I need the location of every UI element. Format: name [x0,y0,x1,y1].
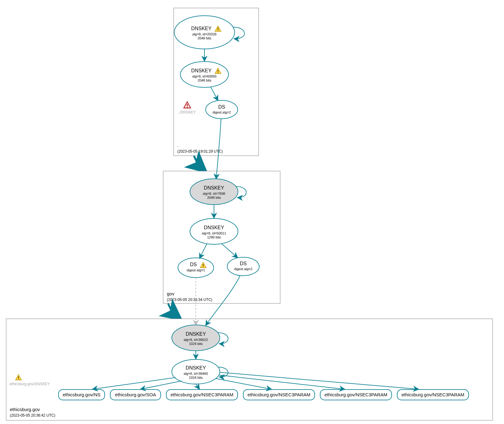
gov-ksk-node[interactable]: DNSKEY alg=8, id=7698 2048 bits [190,179,238,205]
gov-ds1-node[interactable]: DS digest alg=1 [178,258,214,278]
zone-gov-time: (2023-05-05 20:36:34 UTC) [167,298,212,302]
gov-ds2-node[interactable]: DS digest alg=2 [227,257,259,276]
svg-text:ethicsburg.gov/SOA: ethicsburg.gov/SOA [115,392,156,397]
svg-text:alg=8, id=36622: alg=8, id=36622 [184,338,208,342]
svg-text:alg=8, id=7698: alg=8, id=7698 [203,192,225,195]
rr-nsec3param-4[interactable]: ethicsburg.gov/NSEC3PARAM [397,390,469,400]
svg-text:1280 bits: 1280 bits [207,235,221,239]
svg-text:ethicsburg.gov/NSEC3PARAM: ethicsburg.gov/NSEC3PARAM [401,392,464,397]
svg-text:2048 bits: 2048 bits [198,78,212,82]
edge-zone-delegation [168,303,179,318]
svg-text:2048 bits: 2048 bits [207,196,221,199]
rr-ns[interactable]: ethicsburg.gov/NS [58,390,105,400]
zone-ethicsburg-name: ethicsburg.gov [10,407,40,412]
svg-text:alg=8, id=20326: alg=8, id=20326 [192,32,217,36]
rr-nsec3param-3[interactable]: ethicsburg.gov/NSEC3PARAM [320,390,392,400]
svg-text:ethicsburg.gov/NS: ethicsburg.gov/NS [63,392,101,397]
svg-text:alg=8, id=60955: alg=8, id=60955 [192,74,217,78]
svg-point-13 [206,100,238,119]
ethicsburg-ksk-node[interactable]: DNSKEY alg=8, id=36622 1024 bits [172,325,220,351]
svg-text:1024 bits: 1024 bits [189,342,203,346]
svg-text:DNSKEY: DNSKEY [186,365,206,370]
rr-nsec3param-1[interactable]: ethicsburg.gov/NSEC3PARAM [166,390,238,400]
svg-text:ethicsburg.gov/NSEC3PARAM: ethicsburg.gov/NSEC3PARAM [325,392,387,397]
zone-gov-name: gov [167,291,175,296]
root-ksk-node[interactable]: DNSKEY alg=8, id=20326 2048 bits [174,16,235,49]
zone-root-name: . [177,142,179,148]
rr-nsec3param-2[interactable]: ethicsburg.gov/NSEC3PARAM [243,390,315,400]
root-ksk-title: DNSKEY [191,26,212,31]
rr-soa[interactable]: ethicsburg.gov/SOA [110,390,161,400]
svg-text:alg=8, id=38460: alg=8, id=38460 [184,372,208,375]
svg-text:./DNSKEY: ./DNSKEY [179,110,196,114]
svg-text:ethicsburg.gov/NSEC3PARAM: ethicsburg.gov/NSEC3PARAM [248,392,310,397]
root-zsk-node[interactable]: DNSKEY alg=8, id=60955 2048 bits [180,62,228,87]
svg-text:1024 bits: 1024 bits [189,376,203,379]
gov-zsk-node[interactable]: DNSKEY alg=8, id=50011 1280 bits [190,218,238,244]
svg-text:2048 bits: 2048 bits [198,36,212,40]
svg-point-27 [227,257,259,276]
svg-text:ethicsburg.gov/DNSKEY: ethicsburg.gov/DNSKEY [10,382,50,386]
svg-text:DNSKEY: DNSKEY [204,185,224,190]
svg-text:digest alg=2: digest alg=2 [212,110,231,114]
dnssec-graph: . (2023-05-05 19:01:29 UTC) DNSKEY alg=8… [0,0,504,424]
root-ds-node[interactable]: DS digest alg=2 [206,100,238,119]
ethicsburg-zsk-node[interactable]: DNSKEY alg=8, id=38460 1024 bits [172,359,220,384]
svg-text:DS: DS [190,262,197,267]
zone-ethicsburg-time: (2023-05-05 20:36:42 UTC) [10,413,55,418]
svg-text:DNSKEY: DNSKEY [204,225,224,230]
zone-ethicsburg [6,319,493,420]
svg-text:DNSKEY: DNSKEY [191,68,212,73]
svg-text:ethicsburg.gov/NSEC3PARAM: ethicsburg.gov/NSEC3PARAM [171,392,233,397]
svg-text:digest alg=2: digest alg=2 [234,267,252,271]
svg-text:alg=8, id=50011: alg=8, id=50011 [202,231,226,235]
svg-point-24 [178,258,214,278]
svg-text:digest alg=1: digest alg=1 [187,268,205,272]
svg-text:DNSKEY: DNSKEY [186,331,206,337]
edge-zone-delegation [194,156,204,170]
svg-text:DS: DS [240,261,247,266]
svg-text:DS: DS [218,104,225,110]
zone-root-time: (2023-05-05 19:01:29 UTC) [177,149,223,154]
